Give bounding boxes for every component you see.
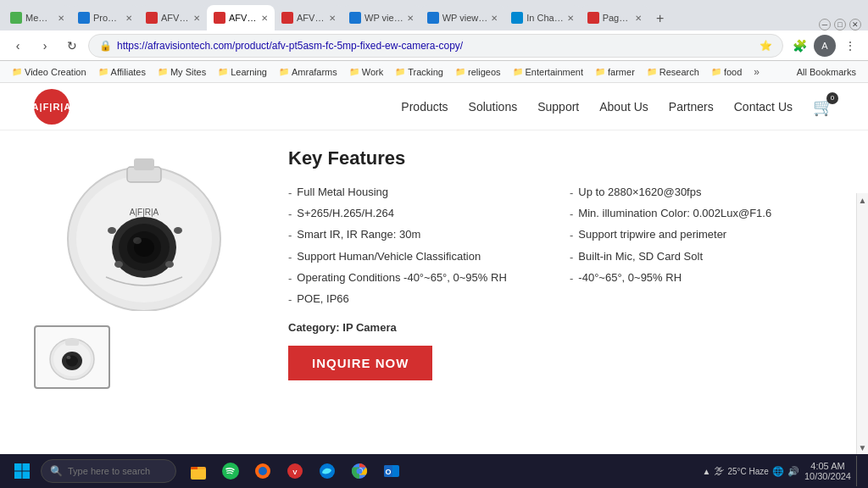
- tab-label-3: AFV…: [161, 13, 190, 23]
- taskbar-app-vpn[interactable]: V: [280, 456, 310, 486]
- tab-8[interactable]: In Cha… ✕: [504, 5, 580, 30]
- taskbar-app-firefox[interactable]: [248, 456, 278, 486]
- nav-solutions[interactable]: Solutions: [469, 100, 518, 114]
- tab-4[interactable]: AFV… ✕: [207, 5, 275, 30]
- bookmark-learning[interactable]: 📁 Learning: [213, 65, 272, 79]
- all-bookmarks-button[interactable]: All Bookmarks: [792, 65, 861, 79]
- tab-favicon-6: [349, 12, 361, 24]
- bookmark-label: food: [724, 67, 742, 77]
- tab-7[interactable]: WP view… ✕: [420, 5, 505, 30]
- tab-close-8[interactable]: ✕: [567, 14, 574, 23]
- bookmark-research[interactable]: 📁 Research: [642, 65, 704, 79]
- bookmark-entertainment[interactable]: 📁 Entertainment: [508, 65, 588, 79]
- bookmark-amrafarms[interactable]: 📁 Amrafarms: [274, 65, 342, 79]
- tab-favicon-9: [587, 12, 599, 24]
- settings-button[interactable]: ⋮: [839, 35, 861, 57]
- window-close-button[interactable]: ✕: [849, 19, 861, 30]
- tab-5[interactable]: AFV… ✕: [275, 5, 342, 30]
- window-maximize-button[interactable]: □: [834, 19, 846, 30]
- bookmark-work[interactable]: 📁 Work: [344, 65, 388, 79]
- svg-rect-23: [23, 472, 31, 480]
- tab-close-2[interactable]: ✕: [125, 14, 132, 23]
- svg-rect-3: [134, 158, 154, 170]
- feature-text: Support tripwire and perimeter: [578, 227, 726, 242]
- tab-close-4[interactable]: ✕: [261, 14, 268, 23]
- chrome-icon: [350, 462, 369, 480]
- features-grid: - Full Metal Housing - Up to 2880×1620@3…: [288, 185, 834, 308]
- bookmark-label: My Sites: [170, 67, 206, 77]
- taskbar-app-explorer[interactable]: [183, 456, 214, 486]
- bookmark-affiliates[interactable]: 📁 Affiliates: [93, 65, 151, 79]
- svg-point-11: [114, 261, 123, 268]
- bookmark-religeos[interactable]: 📁 religeos: [450, 65, 506, 79]
- taskbar-app-outlook[interactable]: O: [376, 456, 407, 486]
- product-thumbnail-1[interactable]: [34, 325, 110, 389]
- bookmarks-more-button[interactable]: »: [748, 64, 765, 80]
- tabs-bar: Me… ✕ Pro… ✕ AFV… ✕ AFV… ✕ AFV… ✕: [0, 0, 868, 30]
- tray-up-arrow[interactable]: ▲: [703, 467, 711, 476]
- tab-close-3[interactable]: ✕: [193, 14, 200, 23]
- network-icon[interactable]: 🌐: [772, 466, 784, 477]
- taskbar-app-spotify[interactable]: [215, 456, 246, 486]
- search-icon: 🔍: [50, 465, 63, 477]
- site-logo[interactable]: A|F|R|A: [34, 89, 70, 125]
- cart-count-badge: 0: [826, 92, 838, 104]
- nav-about-us[interactable]: About Us: [599, 100, 648, 114]
- new-tab-button[interactable]: +: [648, 7, 672, 30]
- tab-close-9[interactable]: ✕: [635, 14, 642, 23]
- category-label: Category:: [288, 321, 340, 334]
- scrollbar[interactable]: ▲ ▼: [856, 193, 868, 454]
- taskbar-app-chrome[interactable]: [344, 456, 375, 486]
- inquire-now-button[interactable]: INQUIRE NOW: [288, 346, 432, 380]
- show-desktop-button[interactable]: [856, 456, 861, 486]
- bookmark-label: Learning: [231, 67, 267, 77]
- tab-1[interactable]: Me… ✕: [3, 5, 71, 30]
- bookmark-food[interactable]: 📁 food: [706, 65, 747, 79]
- bookmark-label: Video Creation: [25, 67, 86, 77]
- window-minimize-button[interactable]: ─: [819, 19, 831, 30]
- tab-close-5[interactable]: ✕: [329, 14, 336, 23]
- cart-icon[interactable]: 🛒 0: [813, 97, 834, 117]
- bookmark-tracking[interactable]: 📁 Tracking: [390, 65, 448, 79]
- thumbnail-camera-svg: [47, 334, 97, 380]
- feature-dash: -: [288, 292, 292, 308]
- tab-3[interactable]: AFV… ✕: [139, 5, 207, 30]
- tab-6[interactable]: WP vie… ✕: [342, 5, 420, 30]
- nav-partners[interactable]: Partners: [669, 100, 714, 114]
- extensions-button[interactable]: 🧩: [788, 35, 810, 57]
- feature-codec: - S+265/H.265/H.264: [288, 206, 553, 222]
- bookmark-farmer[interactable]: 📁 farmer: [590, 65, 640, 79]
- key-features-title: Key Features: [288, 147, 834, 169]
- tab-9[interactable]: Pag… ✕: [581, 5, 648, 30]
- tab-label-4: AFV…: [229, 13, 258, 23]
- forward-button[interactable]: ›: [34, 35, 56, 57]
- nav-support[interactable]: Support: [537, 100, 579, 114]
- tab-close-1[interactable]: ✕: [58, 14, 64, 23]
- start-button[interactable]: [7, 456, 37, 486]
- bookmark-label: Work: [362, 67, 383, 77]
- bookmark-my-sites[interactable]: 📁 My Sites: [153, 65, 211, 79]
- back-button[interactable]: ‹: [7, 35, 29, 57]
- nav-contact-us[interactable]: Contact Us: [734, 100, 793, 114]
- tab-label-5: AFV…: [297, 13, 326, 23]
- reload-button[interactable]: ↻: [61, 35, 83, 57]
- scroll-up-arrow[interactable]: ▲: [857, 193, 868, 207]
- tab-close-7[interactable]: ✕: [491, 14, 498, 23]
- volume-icon[interactable]: 🔊: [787, 466, 799, 477]
- tab-close-6[interactable]: ✕: [407, 14, 414, 23]
- tab-2[interactable]: Pro… ✕: [71, 5, 139, 30]
- scroll-down-arrow[interactable]: ▼: [857, 441, 868, 454]
- profile-avatar[interactable]: A: [814, 35, 836, 57]
- address-bar[interactable]: 🔒 https://afravisiontech.com/product/afv…: [88, 34, 783, 58]
- file-explorer-icon: [189, 462, 208, 480]
- taskbar-tray: ▲ 🌫 25°C Haze 🌐 🔊: [703, 465, 799, 477]
- all-bookmarks-label: All Bookmarks: [797, 67, 856, 77]
- nav-products[interactable]: Products: [401, 100, 448, 114]
- taskbar-clock: 4:05 AM 10/30/2024: [804, 461, 851, 481]
- taskbar-search[interactable]: 🔍: [41, 459, 176, 483]
- bookmark-video-creation[interactable]: 📁 Video Creation: [7, 65, 92, 79]
- bookmark-icon: 📁: [349, 67, 359, 76]
- taskbar-app-edge[interactable]: [312, 456, 342, 486]
- bookmark-icon: 📁: [647, 67, 657, 76]
- taskbar-search-input[interactable]: [68, 466, 161, 476]
